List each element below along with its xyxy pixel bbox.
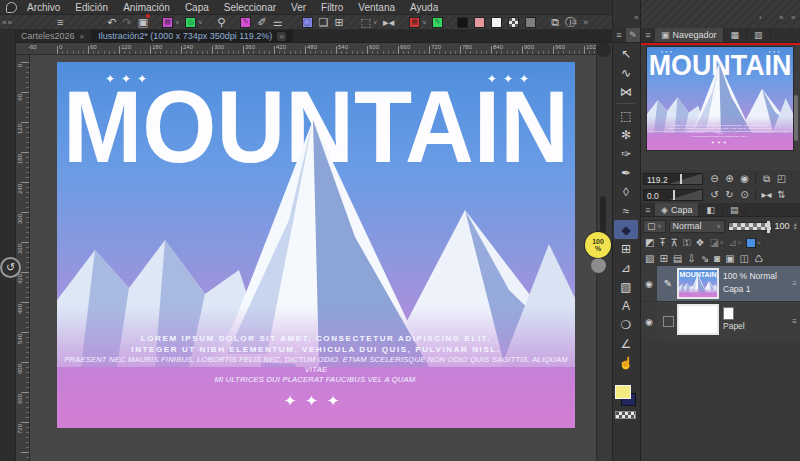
slider-knob[interactable] (591, 258, 606, 273)
balloon-tool[interactable]: ❍ (612, 315, 640, 334)
fit-screen-button[interactable]: ⧉ (759, 173, 774, 185)
navigator-scrollbar[interactable] (794, 95, 798, 141)
red-pattern-icon[interactable]: ▦ (409, 17, 420, 28)
current-tool-icon[interactable]: ✎ (626, 28, 640, 42)
swatch-checker[interactable] (508, 17, 519, 28)
transparent-color-swatch[interactable] (615, 411, 636, 419)
liquify-tool[interactable]: ⋈ (612, 82, 640, 101)
select-area-icon[interactable]: ⬚˅ (361, 16, 378, 29)
rotate-canvas-edge-button[interactable]: ↺ (0, 257, 21, 278)
swatch-gray[interactable] (525, 16, 536, 29)
navigator-thumbnail[interactable]: MOUNTAIN✦✦✦✦✦✦LOREM IPSUM DOLOR SIT AMET… (647, 47, 793, 150)
reset-rotation-button[interactable]: ⊙ (737, 189, 752, 200)
divide-layer-button[interactable]: ◫ (740, 253, 749, 264)
rotate-right-button[interactable]: ↻ (722, 189, 737, 200)
tab-navegador[interactable]: ▣ Navegador (655, 28, 724, 42)
operation-tool[interactable]: ↖ (612, 44, 640, 63)
layer-menu-icon[interactable]: ≡ (641, 203, 655, 216)
tab-information[interactable]: ▥ (747, 28, 771, 42)
delete-layer-button[interactable]: ♺ (754, 253, 763, 264)
foreground-color-swatch[interactable] (615, 385, 631, 399)
shape-tool-icon[interactable]: ◎˅ (185, 16, 202, 29)
navigator-preview[interactable]: MOUNTAIN✦✦✦✦✦✦LOREM IPSUM DOLOR SIT AMET… (641, 43, 800, 170)
green-pencil-icon[interactable]: ✎ (432, 17, 443, 28)
lock-transparent-button[interactable]: ❖ (696, 237, 705, 248)
menu-ver[interactable]: Ver (291, 2, 306, 13)
layers-stack-icon[interactable]: ❏ (319, 16, 329, 29)
ruler-range-button[interactable]: ⊿˅ (728, 237, 741, 248)
panel-collapse-icon[interactable]: « (791, 13, 795, 22)
visibility-eye-icon[interactable]: ◉ (641, 266, 657, 301)
grid-icon[interactable]: ⊞ (334, 16, 343, 29)
correction-tool-icon[interactable]: ✎ (240, 16, 251, 29)
panel-menu-icon[interactable]: ≡ (572, 17, 577, 27)
opacity-slider-track[interactable] (600, 196, 606, 232)
marquee-tool[interactable]: ⬚ (612, 106, 640, 125)
text-tool[interactable]: A (612, 296, 640, 315)
menu-capa[interactable]: Capa (185, 2, 209, 13)
zoom-tool-icon[interactable]: ⚲ (217, 16, 225, 29)
menu-ayuda[interactable]: Ayuda (410, 2, 438, 13)
swatch-black[interactable] (457, 17, 468, 28)
snap-ruler-icon[interactable]: ✐ (257, 16, 266, 29)
panel-collapse-icon[interactable]: » (583, 17, 588, 27)
eyedropper-tool[interactable]: ✑ (612, 144, 640, 163)
dropdown-arrow-icon[interactable]: ˅ (175, 19, 179, 26)
figure-tool[interactable]: ▧ (612, 277, 640, 296)
screenshot-icon[interactable]: ▣ (138, 16, 148, 29)
layers-stack-icon[interactable]: ❏ (319, 16, 329, 29)
flip-view-icon[interactable]: ▸◂ (383, 16, 394, 29)
swatch-pink[interactable] (474, 17, 485, 28)
layer-name[interactable]: Papel (723, 321, 745, 331)
zoom-out-button[interactable]: ⊖ (707, 173, 722, 184)
menu-archivo[interactable]: Archivo (27, 2, 60, 13)
export-icon[interactable]: ⧉ (551, 16, 559, 29)
shape-tool-icon[interactable]: ◎ (185, 17, 196, 28)
swatch-gray[interactable] (525, 17, 536, 28)
redo-icon[interactable]: ↷ (123, 16, 132, 29)
layer-color-button[interactable]: ˅ (746, 238, 761, 248)
canvas-artwork[interactable]: MOUNTAIN✦✦✦✦✦✦LOREM IPSUM DOLOR SIT AMET… (57, 62, 575, 428)
draft-layer-button[interactable]: ◪˅ (709, 237, 723, 248)
visibility-eye-icon[interactable]: ◉ (641, 302, 657, 341)
lock-layer-button[interactable]: ⚿ (683, 237, 691, 249)
dropdown-arrow-icon[interactable]: ˅ (373, 19, 377, 26)
swatch-pink[interactable] (474, 16, 485, 29)
export-icon[interactable]: ⧉ (551, 16, 559, 29)
gradient-tool[interactable]: ⊿ (612, 258, 640, 277)
flip-horizontal-button[interactable]: ▸◂ (759, 189, 774, 200)
ruler-tool[interactable]: ∠ (612, 334, 640, 353)
panel-chevron-icon[interactable]: › (759, 13, 762, 22)
tools-collapse-icon[interactable]: » (634, 13, 638, 22)
swatch-white[interactable] (491, 17, 502, 28)
rotation-readout[interactable]: 0.0 (643, 189, 703, 201)
create-mask-button[interactable]: ◙ (714, 253, 720, 264)
dropdown-arrow-icon[interactable]: ˅ (422, 19, 426, 26)
clip-at-layer-button[interactable]: ⊼ (671, 237, 678, 248)
dropdown-arrow-icon[interactable]: ˅ (198, 19, 202, 26)
swatch-black[interactable] (457, 16, 468, 29)
opacity-handle[interactable] (767, 221, 770, 233)
menu-edición[interactable]: Edición (75, 2, 108, 13)
screenshot-icon[interactable]: ▣ (138, 16, 148, 29)
opacity-badge[interactable]: 100 % (585, 232, 611, 258)
swatch-white[interactable] (491, 16, 502, 29)
main-menu-icon[interactable]: ≡ (57, 16, 63, 29)
rotate-left-button[interactable]: ↺ (707, 189, 722, 200)
zoom-100-button[interactable]: ◉ (737, 173, 752, 184)
menu-animación[interactable]: Animación (123, 2, 170, 13)
new-raster-layer-button[interactable]: ▧ (645, 253, 654, 264)
select-area-icon[interactable]: ⬚ (361, 16, 371, 29)
layer-effect-dropdown[interactable]: ▢˅ (643, 220, 666, 233)
document-tab-ilustracion[interactable]: Ilustración2* (1000 x 734px 350dpi 119.2… (91, 30, 293, 42)
collapse-chevrons-icon[interactable]: »» (2, 18, 13, 27)
new-folder-button[interactable]: ▤ (673, 253, 682, 264)
correction-tool-icon[interactable]: ✎ (240, 17, 251, 28)
tab-subview[interactable]: ▦ (724, 28, 748, 42)
apply-mask-button[interactable]: ▣ (725, 253, 734, 264)
layer-options-icon[interactable]: ≡ (792, 317, 797, 326)
undo-icon[interactable]: ↶ (107, 16, 116, 29)
swatch-checker[interactable] (508, 16, 519, 29)
app-logo-icon[interactable] (6, 2, 17, 13)
fill-tool[interactable]: ◆ (614, 220, 638, 239)
